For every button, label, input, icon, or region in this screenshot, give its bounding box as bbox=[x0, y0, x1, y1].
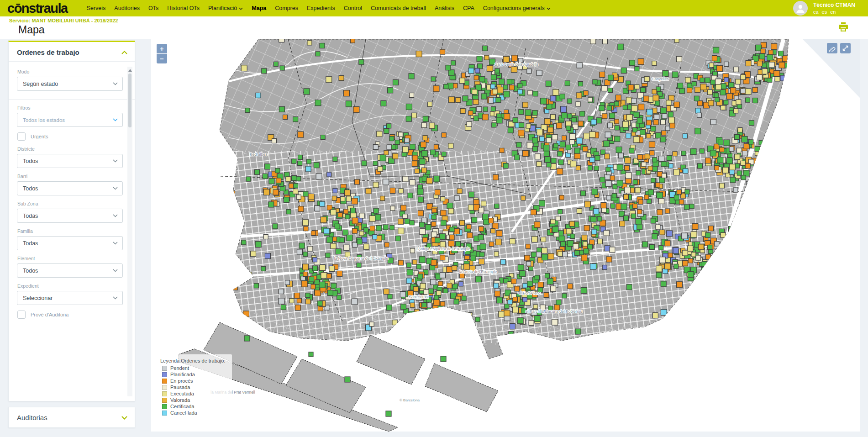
ot-marker[interactable] bbox=[667, 231, 673, 237]
ot-marker[interactable] bbox=[622, 121, 628, 127]
ot-marker[interactable] bbox=[658, 172, 663, 177]
ot-marker[interactable] bbox=[269, 179, 274, 184]
ot-marker[interactable] bbox=[296, 176, 301, 181]
ot-marker[interactable] bbox=[697, 113, 702, 117]
ot-marker[interactable] bbox=[594, 209, 599, 214]
ot-marker[interactable] bbox=[489, 218, 494, 223]
nav-item-an-lisis[interactable]: Anàlisis bbox=[435, 5, 454, 11]
ot-marker[interactable] bbox=[730, 177, 736, 183]
ot-marker[interactable] bbox=[550, 96, 556, 101]
ot-marker[interactable] bbox=[654, 114, 659, 119]
ot-marker[interactable] bbox=[431, 77, 436, 81]
ot-marker[interactable] bbox=[529, 321, 534, 326]
user-avatar-icon[interactable] bbox=[793, 1, 808, 16]
ot-marker[interactable] bbox=[629, 148, 634, 153]
ot-marker[interactable] bbox=[505, 304, 509, 309]
ot-marker[interactable] bbox=[688, 272, 694, 278]
ot-marker[interactable] bbox=[692, 224, 698, 230]
ot-marker[interactable] bbox=[370, 226, 375, 231]
ot-marker[interactable] bbox=[262, 68, 267, 74]
ot-marker[interactable] bbox=[317, 301, 322, 306]
ot-marker[interactable] bbox=[374, 208, 379, 213]
ot-marker[interactable] bbox=[660, 108, 666, 114]
ot-marker[interactable] bbox=[500, 148, 504, 153]
ot-marker[interactable] bbox=[659, 245, 663, 250]
ot-marker[interactable] bbox=[315, 280, 319, 284]
ot-marker[interactable] bbox=[646, 133, 651, 138]
ot-marker[interactable] bbox=[295, 293, 300, 298]
ot-marker[interactable] bbox=[274, 62, 278, 66]
ot-marker[interactable] bbox=[499, 79, 505, 84]
ot-marker[interactable] bbox=[350, 39, 355, 43]
ot-marker[interactable] bbox=[383, 225, 388, 230]
ot-marker[interactable] bbox=[610, 113, 615, 119]
ot-marker[interactable] bbox=[395, 236, 400, 241]
ot-marker[interactable] bbox=[652, 90, 657, 94]
ot-marker[interactable] bbox=[420, 229, 426, 235]
ot-marker[interactable] bbox=[742, 137, 747, 142]
ot-marker[interactable] bbox=[339, 75, 344, 80]
ot-marker[interactable] bbox=[558, 151, 563, 156]
ot-marker[interactable] bbox=[543, 145, 549, 151]
ot-marker[interactable] bbox=[416, 264, 421, 269]
ot-marker[interactable] bbox=[577, 209, 582, 214]
ot-marker[interactable] bbox=[483, 214, 489, 220]
ot-marker[interactable] bbox=[718, 140, 723, 145]
ot-marker[interactable] bbox=[359, 213, 364, 218]
ot-marker[interactable] bbox=[648, 190, 654, 195]
ot-marker[interactable] bbox=[241, 65, 247, 71]
ot-marker[interactable] bbox=[279, 289, 284, 294]
ot-marker[interactable] bbox=[440, 255, 445, 260]
ot-marker[interactable] bbox=[709, 226, 714, 231]
ot-marker[interactable] bbox=[665, 241, 670, 246]
ot-marker[interactable] bbox=[606, 195, 611, 200]
work-orders-panel-header[interactable]: Ordenes de trabajo bbox=[9, 42, 135, 62]
ot-marker[interactable] bbox=[399, 189, 403, 193]
ot-marker[interactable] bbox=[730, 170, 734, 174]
ot-marker[interactable] bbox=[336, 249, 341, 254]
ot-marker[interactable] bbox=[674, 102, 679, 107]
ot-marker[interactable] bbox=[305, 293, 310, 298]
ot-marker[interactable] bbox=[386, 305, 392, 311]
ot-marker[interactable] bbox=[284, 197, 289, 203]
ot-marker[interactable] bbox=[602, 208, 606, 213]
ot-marker[interactable] bbox=[263, 189, 269, 195]
ot-marker[interactable] bbox=[526, 244, 530, 249]
ot-marker[interactable] bbox=[492, 223, 498, 229]
zoom-in-button[interactable]: + bbox=[157, 44, 167, 53]
ot-marker[interactable] bbox=[695, 108, 700, 113]
ot-marker[interactable] bbox=[280, 66, 284, 70]
ot-marker[interactable] bbox=[473, 200, 479, 205]
ot-marker[interactable] bbox=[491, 74, 497, 80]
ot-marker[interactable] bbox=[531, 252, 537, 257]
ot-marker[interactable] bbox=[521, 196, 526, 200]
ot-marker[interactable] bbox=[383, 179, 389, 185]
ot-marker[interactable] bbox=[364, 227, 368, 232]
ot-marker[interactable] bbox=[584, 133, 589, 139]
ot-marker[interactable] bbox=[721, 84, 726, 89]
ot-marker[interactable] bbox=[313, 258, 317, 262]
ot-marker[interactable] bbox=[558, 209, 563, 214]
ot-marker[interactable] bbox=[276, 178, 281, 183]
ot-marker[interactable] bbox=[581, 191, 586, 196]
ot-marker[interactable] bbox=[624, 195, 629, 200]
ot-marker[interactable] bbox=[647, 109, 653, 115]
ot-marker[interactable] bbox=[647, 120, 652, 125]
ot-marker[interactable] bbox=[606, 167, 610, 172]
ot-marker[interactable] bbox=[538, 282, 543, 288]
ot-marker[interactable] bbox=[738, 128, 742, 132]
ot-marker[interactable] bbox=[439, 234, 445, 240]
ot-marker[interactable] bbox=[568, 241, 573, 247]
ot-marker[interactable] bbox=[448, 70, 454, 76]
ot-marker[interactable] bbox=[246, 177, 251, 181]
ot-marker[interactable] bbox=[519, 123, 524, 128]
ot-marker[interactable] bbox=[583, 242, 588, 246]
ot-marker[interactable] bbox=[759, 53, 765, 59]
ot-marker[interactable] bbox=[483, 107, 488, 111]
ot-marker[interactable] bbox=[391, 145, 396, 149]
ot-marker[interactable] bbox=[464, 264, 470, 270]
ot-marker[interactable] bbox=[268, 202, 274, 207]
user-name[interactable]: Técnico CTMAN bbox=[813, 2, 855, 8]
ot-marker[interactable] bbox=[320, 265, 326, 271]
ot-marker[interactable] bbox=[542, 248, 547, 253]
